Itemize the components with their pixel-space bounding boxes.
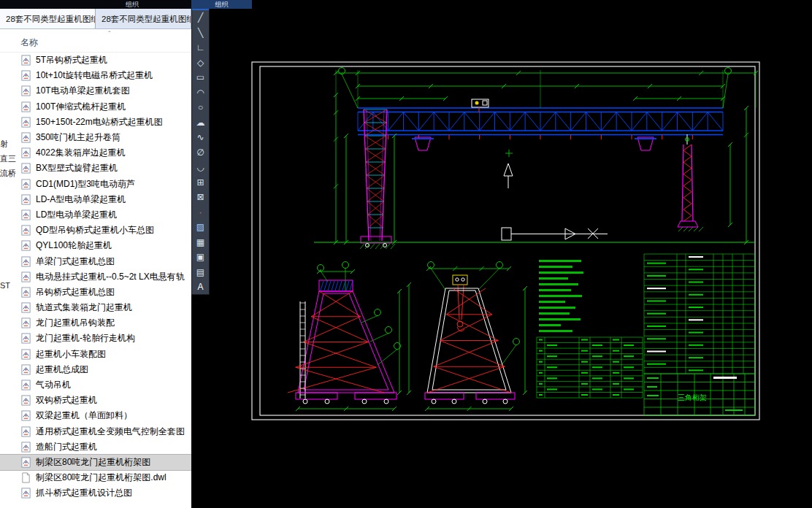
window-topbar: 组织 <box>0 0 191 9</box>
region-icon[interactable]: ▣ <box>192 250 209 265</box>
file-row[interactable]: 单梁门式起重机总图 <box>0 253 191 269</box>
file-name: 150+150t-22m电站桥式起重机图 <box>36 116 163 128</box>
file-name: 单梁门式起重机总图 <box>36 255 115 268</box>
line-icon[interactable]: ╱ <box>192 10 209 26</box>
file-row[interactable]: 起重机总成图 <box>0 362 191 377</box>
tab-bar: 28套不同类型起重机图纸 28套不同类型起重机图纸 <box>0 9 191 29</box>
file-name: 10T电动单梁起重机套图 <box>36 85 130 97</box>
mtext-icon[interactable]: A <box>192 280 209 295</box>
rectangle-icon[interactable]: ▭ <box>192 70 209 85</box>
file-row[interactable]: QYL100轮胎起重机 <box>0 238 191 253</box>
dwg-file-icon <box>20 349 31 360</box>
front-elevation-view <box>288 280 397 404</box>
file-row[interactable]: 造船门式起重机 <box>0 439 191 455</box>
dwg-file-icon <box>20 318 31 328</box>
table-icon[interactable]: ▤ <box>192 265 209 280</box>
dwg-file-icon <box>20 240 31 251</box>
hoist-trolley <box>472 99 489 112</box>
file-row[interactable]: 起重机小车装配图 <box>0 347 191 362</box>
ellipse-icon[interactable]: ∅ <box>192 145 209 161</box>
file-row[interactable]: 150+150t-22m电站桥式起重机图 <box>0 115 191 130</box>
file-row[interactable]: 10t+10t旋转电磁吊桥式起重机 <box>0 68 191 83</box>
file-name: QYL100轮胎起重机 <box>36 239 112 252</box>
revision-cloud-icon[interactable]: ☁ <box>192 115 209 131</box>
dwg-file-icon <box>20 488 31 499</box>
file-row[interactable]: 龙门起重机吊钩装配 <box>0 315 191 331</box>
file-name: 制梁区80吨龙门起重机桁架图 <box>36 456 150 469</box>
dwg-file-icon <box>20 272 31 282</box>
background-window-text-fragment: 直三 <box>0 153 16 164</box>
dimension-lines <box>296 70 758 411</box>
right-support-leg <box>678 134 703 231</box>
polyline-icon[interactable]: ∟ <box>192 40 209 55</box>
dwg-file-icon <box>20 287 31 298</box>
dwg-file-icon <box>20 442 31 453</box>
background-window-text-fragment: 流桥 <box>0 168 16 179</box>
file-row[interactable]: 350吨门机主起升卷筒 <box>0 130 191 145</box>
girder-end-stops <box>412 137 656 150</box>
file-name: 轨道式集装箱龙门起重机 <box>36 301 132 314</box>
file-row[interactable]: CD1(MD1)型3吨电动葫芦 <box>0 177 191 192</box>
file-row[interactable]: 气动吊机 <box>0 377 191 393</box>
polygon-icon[interactable]: ◇ <box>192 55 209 71</box>
file-row[interactable]: 轨道式集装箱龙门起重机 <box>0 300 191 315</box>
file-row[interactable]: 龙门起重机-轮胎行走机构 <box>0 331 191 346</box>
file-row[interactable]: QD型吊钩桥式起重机小车总图 <box>0 223 191 238</box>
file-name: LD-A型电动单梁起重机 <box>36 193 126 206</box>
file-name: 双钩桥式起重机 <box>36 394 97 407</box>
make-block-icon[interactable]: ⊠ <box>192 190 209 205</box>
title-block-part-name: 三角桁架 <box>678 393 707 401</box>
insert-block-icon[interactable]: ⊞ <box>192 175 209 190</box>
gradient-icon[interactable]: ▦ <box>192 235 209 250</box>
file-row[interactable]: 抓斗桥式起重机设计总图 <box>0 485 191 501</box>
file-row[interactable]: 通用桥式起重机全变频电气控制全套图 <box>0 424 191 439</box>
file-list: 5T吊钩桥式起重机10t+10t旋转电磁吊桥式起重机10T电动单梁起重机套图10… <box>0 53 191 508</box>
document-icon <box>20 472 31 483</box>
file-name: 造船门式起重机 <box>36 441 97 453</box>
sheet-frame <box>252 62 759 420</box>
file-row[interactable]: 100T伸缩式桅杆起重机 <box>0 99 191 115</box>
file-row[interactable]: 4022集装箱岸边起重机 <box>0 145 191 161</box>
dwg-file-icon <box>20 194 31 205</box>
file-name: 起重机小车装配图 <box>36 348 106 361</box>
dwg-file-icon <box>20 426 31 437</box>
sort-caret-icon: ˆ <box>108 30 111 39</box>
dwg-file-icon <box>20 179 31 190</box>
dwg-file-icon <box>20 70 31 81</box>
ellipse-arc-icon[interactable]: ◡ <box>192 160 209 175</box>
file-row[interactable]: 双钩桥式起重机 <box>0 393 191 408</box>
file-row[interactable]: LD-A型电动单梁起重机 <box>0 192 191 207</box>
cad-canvas-area[interactable]: ⇄ ╱╲∟◇▭◠○☁∿∅◡⊞⊠·▨▦▣▤A <box>191 0 812 508</box>
file-row[interactable]: 双梁起重机（单面卸料） <box>0 408 191 423</box>
file-name: 龙门起重机吊钩装配 <box>36 317 115 329</box>
file-name: 电动悬挂式起重机--0.5~2t LX电悬有轨 <box>36 271 185 283</box>
file-name: 100T伸缩式桅杆起重机 <box>36 101 126 113</box>
parts-list-table <box>644 254 755 374</box>
file-name: 通用桥式起重机全变频电气控制全套图 <box>36 426 185 438</box>
datum-symbols <box>502 150 608 240</box>
construction-line-icon[interactable]: ╲ <box>192 26 209 41</box>
arc-icon[interactable]: ◠ <box>192 85 209 101</box>
file-row[interactable]: 5T吊钩桥式起重机 <box>0 53 191 68</box>
file-name: 4022集装箱岸边起重机 <box>36 147 126 159</box>
file-row[interactable]: 10T电动单梁起重机套图 <box>0 83 191 99</box>
file-name: 龙门起重机-轮胎行走机构 <box>36 332 135 345</box>
organize-button-2[interactable]: 组织 <box>191 0 252 9</box>
dwg-file-icon <box>20 380 31 390</box>
file-row[interactable]: LD型电动单梁起重机 <box>0 207 191 223</box>
circle-icon[interactable]: ○ <box>192 100 209 115</box>
cad-drawing[interactable]: 三角桁架 <box>210 0 812 508</box>
file-row[interactable]: 制梁区80吨龙门起重机桁架图.dwl <box>0 470 191 485</box>
explorer-tab-background[interactable]: 28套不同类型起重机图纸 <box>96 9 191 28</box>
file-row[interactable]: 电动悬挂式起重机--0.5~2t LX电悬有轨 <box>0 269 191 285</box>
file-row[interactable]: BX型壁式旋臂起重机 <box>0 161 191 176</box>
spline-icon[interactable]: ∿ <box>192 130 209 145</box>
explorer-tab-active[interactable]: 28套不同类型起重机图纸 <box>0 9 96 28</box>
file-row[interactable]: 制梁区80吨龙门起重机桁架图 <box>0 455 191 470</box>
dwg-file-icon <box>20 395 31 406</box>
file-row[interactable]: 吊钩桥式起重机总图 <box>0 285 191 300</box>
organize-button[interactable]: 组织 <box>126 0 139 9</box>
point-icon[interactable]: · <box>192 205 209 220</box>
hatch-icon[interactable]: ▨ <box>192 220 209 235</box>
name-column-header[interactable]: 名称 ˆ <box>0 29 191 53</box>
